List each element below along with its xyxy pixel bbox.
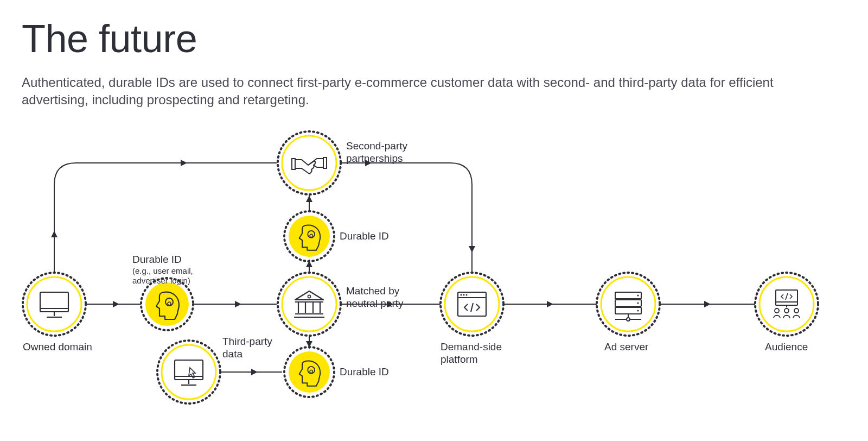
label-durable-id-main: Durable ID (e.g., user email, advertiser… — [132, 254, 230, 286]
node-durable-id-top — [284, 211, 334, 261]
label-ad-server: Ad server — [604, 341, 680, 354]
label-audience: Audience — [765, 341, 841, 354]
node-owned-domain — [23, 273, 86, 336]
label-owned-domain: Owned domain — [23, 341, 99, 354]
page-subtitle: Authenticated, durable IDs are used to c… — [22, 74, 825, 109]
svg-point-52 — [282, 277, 336, 331]
label-neutral-party: Matched by neutral party — [346, 285, 433, 310]
svg-point-59 — [445, 277, 499, 331]
svg-point-57 — [282, 136, 336, 190]
svg-point-58 — [162, 345, 216, 399]
label-dsp: Demand-side platform — [441, 341, 527, 366]
node-audience — [755, 273, 818, 336]
node-durable-id-bottom — [284, 347, 334, 397]
label-durable-id-bottom: Durable ID — [340, 366, 416, 379]
label-durable-id-main-sub: (e.g., user email, advertiser login) — [132, 266, 230, 286]
label-durable-id-main-text: Durable ID — [132, 254, 182, 265]
svg-point-50 — [27, 277, 81, 331]
node-ad-server — [597, 273, 660, 336]
node-durable-id-main — [141, 278, 193, 330]
svg-point-60 — [601, 277, 655, 331]
svg-point-61 — [760, 277, 814, 331]
label-second-party: Second-party partnerships — [346, 140, 444, 165]
label-durable-id-top: Durable ID — [340, 230, 416, 243]
flow-diagram: Owned domain Durable ID (e.g., user emai… — [22, 125, 846, 434]
node-third-party — [157, 341, 220, 404]
page-title: The future — [22, 16, 846, 61]
node-neutral-party — [278, 273, 341, 336]
node-second-party — [278, 131, 341, 194]
node-dsp — [441, 273, 503, 336]
label-third-party: Third-party data — [222, 336, 288, 361]
